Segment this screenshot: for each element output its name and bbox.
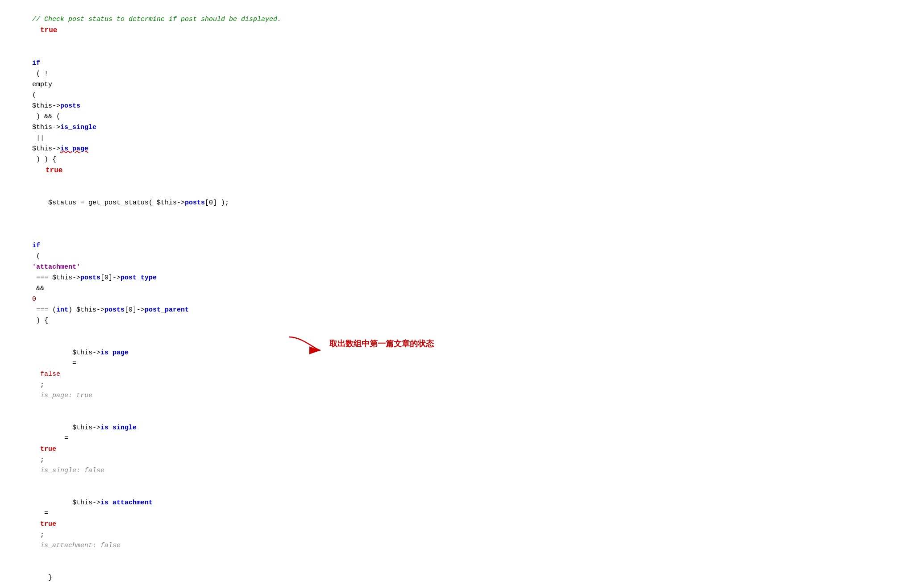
true-top-label: true — [46, 166, 62, 175]
line-issingle: $this->is_single = true ; is_single: fal… — [8, 412, 916, 487]
top-code-block: // Check post status to determine if pos… — [0, 0, 924, 582]
code-container: // Check post status to determine if pos… — [0, 0, 924, 582]
line-if-attach: if ( 'attachment' === $this->posts[0]->p… — [8, 219, 916, 337]
line-comment1: // Check post status to determine if pos… — [8, 4, 916, 47]
true-label: true — [40, 26, 57, 34]
arrow-svg — [285, 333, 325, 355]
line-close1: } — [8, 562, 916, 582]
line-isattach: $this->is_attachment = true ; is_attachm… — [8, 487, 916, 562]
line-status: $status = get_post_status( $this->posts[… — [8, 187, 916, 219]
chinese-annotation1: 取出数组中第一篇文章的状态 — [329, 337, 434, 350]
annotation1-container: 取出数组中第一篇文章的状态 — [285, 333, 434, 355]
comment-text: // Check post status to determine if pos… — [32, 16, 281, 23]
line-ispage: $this->is_page = false ; is_page: true — [8, 337, 916, 412]
line-if1: if ( ! empty ( $this->posts ) && ( $this… — [8, 47, 916, 187]
annotation-region: $this->is_page = false ; is_page: true $… — [8, 337, 916, 562]
